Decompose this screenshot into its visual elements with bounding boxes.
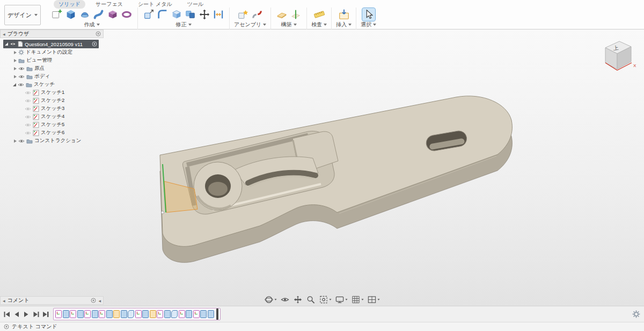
grid-settings-icon[interactable] xyxy=(352,295,364,304)
joint-icon[interactable] xyxy=(251,8,264,21)
browser-item-named-views[interactable]: ビュー管理 xyxy=(0,56,107,64)
construct-feature-icon[interactable] xyxy=(113,310,120,318)
browser-item-sketch3[interactable]: スケッチ3 xyxy=(0,105,107,113)
extrude-feature-icon[interactable] xyxy=(164,310,171,318)
sketch-feature-icon[interactable] xyxy=(157,310,163,318)
measure-icon[interactable] xyxy=(313,8,326,21)
extrude-feature-icon[interactable] xyxy=(208,310,214,318)
align-icon[interactable] xyxy=(212,8,225,21)
expand-icon[interactable] xyxy=(14,67,17,70)
comments-panel-header[interactable]: ◀ コメント ◀ xyxy=(0,296,104,305)
visibility-eye-icon[interactable] xyxy=(25,115,31,119)
insert-menu[interactable]: 挿入 xyxy=(336,21,352,28)
browser-item-sketch5[interactable]: スケッチ5 xyxy=(0,121,107,129)
visibility-eye-icon[interactable] xyxy=(18,139,25,143)
browser-item-document-settings[interactable]: ドキュメントの設定 xyxy=(0,48,107,56)
extrude-icon[interactable] xyxy=(64,8,77,21)
construct-feature-icon[interactable] xyxy=(150,310,156,318)
extrude-feature-icon[interactable] xyxy=(106,310,113,318)
visibility-eye-icon[interactable] xyxy=(18,75,25,79)
offset-plane-icon[interactable] xyxy=(275,8,288,21)
browser-item-sketch6[interactable]: スケッチ6 xyxy=(0,129,107,137)
zoom-icon[interactable] xyxy=(306,295,316,304)
browser-item-sketch1[interactable]: スケッチ1 xyxy=(0,89,107,97)
display-settings-icon[interactable] xyxy=(335,295,348,304)
fillet-feature-icon[interactable] xyxy=(171,310,178,318)
select-tool-icon[interactable] xyxy=(362,8,375,21)
look-at-icon[interactable] xyxy=(281,295,290,304)
construct-menu[interactable]: 構築 xyxy=(281,21,297,28)
create-menu[interactable]: 作成 xyxy=(84,21,100,28)
orbit-icon[interactable] xyxy=(265,295,277,304)
visibility-eye-icon[interactable] xyxy=(25,91,31,95)
visibility-eye-icon[interactable] xyxy=(25,131,31,135)
assemble-menu[interactable]: アセンブリ xyxy=(234,21,266,28)
create-sketch-icon[interactable] xyxy=(50,8,63,21)
modify-menu[interactable]: 修正 xyxy=(176,21,192,28)
extrude-feature-icon[interactable] xyxy=(77,310,84,318)
expand-icon[interactable] xyxy=(14,139,17,143)
primitive-torus-icon[interactable] xyxy=(120,8,133,21)
fillet-icon[interactable] xyxy=(156,8,169,21)
collapse-arrow-icon[interactable]: ◀ xyxy=(3,299,5,303)
press-pull-icon[interactable] xyxy=(142,8,155,21)
sketch-feature-icon[interactable] xyxy=(99,310,105,318)
viewcube-top-label[interactable]: 上 xyxy=(612,45,619,51)
shell-icon[interactable] xyxy=(170,8,183,21)
expand-icon[interactable] xyxy=(14,59,17,62)
sketch-feature-icon[interactable] xyxy=(179,310,185,318)
extrude-feature-icon[interactable] xyxy=(186,310,192,318)
fit-to-view-icon[interactable] xyxy=(319,295,332,304)
extrude-feature-icon[interactable] xyxy=(121,310,127,318)
visibility-eye-icon[interactable] xyxy=(25,107,31,111)
browser-item-sketch4[interactable]: スケッチ4 xyxy=(0,113,107,121)
panel-menu-icon[interactable] xyxy=(91,298,96,303)
extrude-feature-icon[interactable] xyxy=(142,310,149,318)
browser-item-construction[interactable]: コンストラクション xyxy=(0,137,107,145)
expand-icon[interactable] xyxy=(14,51,17,54)
text-commands-icon[interactable] xyxy=(4,324,9,329)
workspace-switcher-button[interactable]: デザイン xyxy=(4,5,41,25)
expanded-icon[interactable] xyxy=(13,83,16,86)
primitive-box-icon[interactable] xyxy=(106,8,119,21)
move-copy-icon[interactable] xyxy=(198,8,211,21)
viewports-icon[interactable] xyxy=(368,295,380,304)
expand-icon[interactable] xyxy=(14,75,17,78)
browser-item-root-component[interactable]: Question4_20210509 v11 xyxy=(3,40,99,48)
insert-icon[interactable] xyxy=(338,8,350,21)
sketch-feature-icon[interactable] xyxy=(193,310,200,318)
step-forward-button[interactable] xyxy=(32,310,40,319)
visibility-eye-icon[interactable] xyxy=(18,83,24,87)
inspect-menu[interactable]: 検査 xyxy=(311,21,327,28)
panel-menu-icon[interactable] xyxy=(96,31,101,36)
pan-icon[interactable] xyxy=(294,295,303,304)
expand-arrow-icon[interactable]: ◀ xyxy=(98,299,101,303)
sketch-feature-icon[interactable] xyxy=(84,310,91,318)
browser-item-sketches[interactable]: スケッチ xyxy=(0,80,107,89)
visibility-eye-icon[interactable] xyxy=(25,123,31,127)
go-to-start-button[interactable] xyxy=(3,310,11,319)
go-to-end-button[interactable] xyxy=(41,310,50,319)
timeline-position-marker[interactable] xyxy=(216,308,218,320)
sketch-feature-icon[interactable] xyxy=(135,310,142,318)
view-cube[interactable]: 上 X xyxy=(598,36,639,77)
browser-item-origin[interactable]: 原点 xyxy=(0,64,107,72)
extrude-feature-icon[interactable] xyxy=(92,310,98,318)
fillet-feature-icon[interactable] xyxy=(128,310,134,318)
step-back-button[interactable] xyxy=(12,310,21,319)
play-button[interactable] xyxy=(22,310,31,319)
new-component-icon[interactable] xyxy=(237,8,250,21)
sketch-feature-icon[interactable] xyxy=(70,310,76,318)
browser-item-sketch2[interactable]: スケッチ2 xyxy=(0,97,107,105)
expanded-icon[interactable] xyxy=(5,42,8,46)
revolve-icon[interactable] xyxy=(78,8,91,21)
combine-icon[interactable] xyxy=(184,8,197,21)
timeline-feature-strip[interactable] xyxy=(53,308,221,320)
activate-component-radio[interactable] xyxy=(92,41,97,47)
select-menu[interactable]: 選択 xyxy=(361,21,376,28)
timeline-settings-gear-icon[interactable] xyxy=(632,310,640,318)
visibility-eye-icon[interactable] xyxy=(25,99,31,103)
construction-axis-icon[interactable] xyxy=(289,8,302,21)
extrude-feature-icon[interactable] xyxy=(63,310,69,318)
browser-item-bodies[interactable]: ボディ xyxy=(0,72,107,80)
